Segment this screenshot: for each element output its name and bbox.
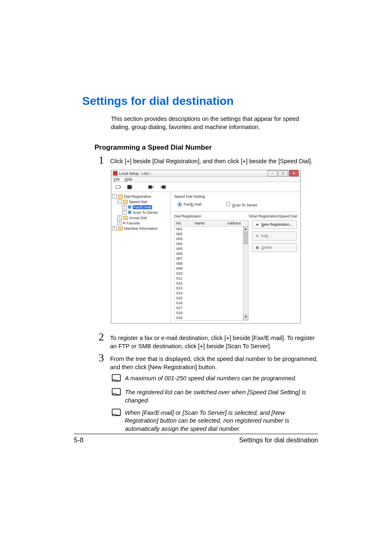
edit-button[interactable]: ✎ Edit... <box>252 231 297 240</box>
tree-dial-registration[interactable]: −Dial Registration <box>112 194 170 199</box>
toolbar-icon-3[interactable] <box>148 183 155 191</box>
tree-panel: −Dial Registration −Speed Dial +Fax/E-ma… <box>111 192 171 323</box>
toolbar-icon-4[interactable] <box>159 183 166 191</box>
menu-file[interactable]: File <box>114 177 120 181</box>
subheading: Programming a Speed Dial Number <box>95 143 318 152</box>
app-window: Local Setup - LSU - – ▢ ✕ File Help <box>111 170 301 324</box>
tree-speed-dial[interactable]: −Speed Dial <box>112 199 170 204</box>
tree-fax-email[interactable]: +Fax/E-mail <box>112 204 170 210</box>
note-text: When [Fax/E-mail] or [Scan To Server] is… <box>125 408 318 433</box>
tree-machine-information[interactable]: +Machine Information <box>112 226 170 231</box>
list-row[interactable]: 003 <box>175 236 248 241</box>
list-row[interactable]: 019 <box>175 315 248 320</box>
list-row[interactable]: 017 <box>175 305 248 310</box>
list-row[interactable]: 002 <box>175 231 248 236</box>
new-registration-button[interactable]: ✶ New Registration... <box>252 220 297 229</box>
delete-icon: ✖ <box>255 245 260 250</box>
scroll-up-button[interactable]: ▲ <box>243 227 248 232</box>
list-row[interactable]: 005 <box>175 246 248 251</box>
dial-registration-label: Dial Registration <box>174 214 201 218</box>
step-text: From the tree that is displayed, click t… <box>110 353 318 371</box>
note-text: A maximum of 001-250 speed dial numbers … <box>125 374 297 383</box>
list-row[interactable]: 014 <box>175 291 248 296</box>
step-number: 1 <box>99 155 110 166</box>
list-row[interactable]: 013 <box>175 286 248 291</box>
intro-paragraph: This section provides descriptions on th… <box>111 115 318 131</box>
note-icon <box>111 374 125 384</box>
speed-dial-list[interactable]: No. Name Address ▲ ▼ 00100200300400 <box>174 220 249 321</box>
note-text: The registered list can be switched over… <box>125 388 318 405</box>
titlebar: Local Setup - LSU - – ▢ ✕ <box>111 170 300 177</box>
scroll-down-button[interactable]: ▼ <box>243 314 248 320</box>
scrollbar[interactable]: ▲ ▼ <box>243 227 248 320</box>
step-1: 1 Click [+] beside [Dial Registration], … <box>99 155 318 166</box>
section-title: Settings for dial destination <box>82 95 318 108</box>
path-label: \\Dial Registration\Speed Dial <box>249 214 297 218</box>
tree-group-dial[interactable]: +Group Dial <box>112 215 170 220</box>
list-row[interactable]: 015 <box>175 296 248 301</box>
list-row[interactable]: 004 <box>175 241 248 246</box>
toolbar-icon-1[interactable] <box>115 183 122 191</box>
note-icon <box>111 408 125 419</box>
tree-favorite[interactable]: +♥Favorite <box>112 220 170 226</box>
step-number: 2 <box>99 332 110 342</box>
toolbar-icon-2[interactable] <box>126 183 134 191</box>
edit-icon: ✎ <box>255 234 260 238</box>
step-number: 3 <box>99 353 110 363</box>
note-icon <box>111 388 125 398</box>
window-title: Local Setup - LSU - <box>119 171 152 176</box>
list-header: No. Name Address <box>175 220 248 227</box>
menu-help[interactable]: Help <box>125 177 133 181</box>
step-3: 3 From the tree that is displayed, click… <box>99 353 318 371</box>
col-address: Address <box>226 220 248 226</box>
minimize-button[interactable]: – <box>267 170 277 176</box>
list-row[interactable]: 007 <box>175 256 248 261</box>
note-2: The registered list can be switched over… <box>111 388 318 405</box>
tree-scan-to-server[interactable]: +Scan To Server <box>112 210 170 215</box>
list-row[interactable]: 010 <box>175 271 248 276</box>
toolbar <box>111 182 300 192</box>
step-text: To register a fax or e-mail destination,… <box>110 332 318 350</box>
speed-dial-setting-label: Speed Dial Setting <box>174 194 297 199</box>
list-row[interactable]: 009 <box>175 266 248 271</box>
list-row[interactable]: 006 <box>175 251 248 256</box>
maximize-button[interactable]: ▢ <box>278 170 288 176</box>
svg-rect-1 <box>127 185 131 189</box>
list-row[interactable]: 012 <box>175 281 248 286</box>
page-number: 5-8 <box>74 437 83 444</box>
scroll-thumb[interactable] <box>244 232 248 244</box>
col-no: No. <box>175 220 193 226</box>
svg-rect-0 <box>116 185 120 189</box>
note-1: A maximum of 001-250 speed dial numbers … <box>111 374 318 384</box>
col-name: Name <box>193 220 226 226</box>
step-text: Click [+] beside [Dial Registration], an… <box>110 155 312 166</box>
close-button[interactable]: ✕ <box>289 170 299 176</box>
svg-rect-3 <box>162 185 166 189</box>
footer-title: Settings for dial destination <box>239 437 318 444</box>
list-row[interactable]: 018 <box>175 310 248 315</box>
app-screenshot: Local Setup - LSU - – ▢ ✕ File Help <box>111 170 318 324</box>
list-row[interactable]: 008 <box>175 261 248 266</box>
app-icon <box>113 171 118 176</box>
radio-fax-email[interactable]: Fax/E-mail <box>178 202 201 207</box>
list-row[interactable]: 011 <box>175 276 248 281</box>
new-icon: ✶ <box>255 222 260 227</box>
note-3: When [Fax/E-mail] or [Scan To Server] is… <box>111 408 318 433</box>
svg-rect-2 <box>148 185 152 189</box>
list-row[interactable]: 016 <box>175 301 248 305</box>
page-footer: 5-8 Settings for dial destination <box>74 434 318 444</box>
delete-button[interactable]: ✖ Delete <box>252 243 297 252</box>
main-panel: Speed Dial Setting Fax/E-mail Scan To Se… <box>171 192 300 323</box>
menubar: File Help <box>111 177 300 182</box>
step-2: 2 To register a fax or e-mail destinatio… <box>99 332 318 350</box>
radio-scan-to-server[interactable]: Scan To Server <box>226 202 257 207</box>
list-row[interactable]: 001 <box>175 227 248 231</box>
